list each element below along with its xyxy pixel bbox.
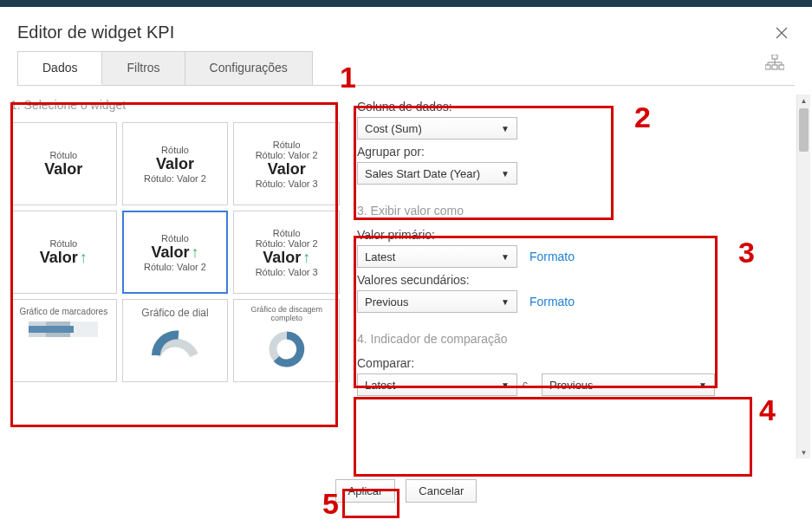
svg-rect-2	[772, 65, 777, 69]
aplicar-button[interactable]: Aplicar	[335, 479, 396, 503]
select-value: Latest	[365, 379, 395, 392]
scroll-down-icon[interactable]: ▼	[797, 446, 810, 458]
tile-sub: Rótulo: Valor 2	[144, 262, 206, 272]
formato-link-primary[interactable]: Formato	[529, 250, 575, 263]
valor-primario-select[interactable]: Latest ▼	[357, 245, 517, 268]
step1-title: 1. Selecione o widget	[10, 94, 340, 115]
dialog-header: Editor de widget KPI	[0, 7, 812, 51]
tabs: Dados Filtros Configurações	[17, 51, 313, 85]
dialog-body: 1. Selecione o widget Rótulo Valor Rótul…	[0, 86, 812, 467]
close-icon[interactable]	[769, 23, 795, 42]
left-column: 1. Selecione o widget Rótulo Valor Rótul…	[10, 94, 340, 467]
widget-tile-arrow-v2-v3[interactable]: Rótulo Rótulo: Valor 2 Valor Rótulo: Val…	[233, 211, 340, 294]
comparar-right-select[interactable]: Previous ▼	[542, 373, 715, 396]
bullet-chart-icon	[29, 321, 98, 337]
scroll-up-icon[interactable]: ▲	[797, 94, 810, 107]
tile-label: Rótulo	[161, 233, 189, 244]
scrollbar-thumb[interactable]	[799, 108, 809, 152]
agrupar-por-select[interactable]: Sales Start Date (Year) ▼	[357, 162, 517, 185]
widget-tile-full-dial-chart[interactable]: Gráfico de discagem completo	[233, 299, 340, 382]
valores-secundarios-label: Valores secundários:	[357, 273, 776, 287]
chevron-down-icon: ▼	[501, 380, 510, 390]
step3-title: 3. Exibir valor como	[357, 200, 776, 221]
tile-label: Gráfico de marcadores	[19, 307, 107, 316]
widget-tile-dial-chart[interactable]: Gráfico de dial	[122, 299, 229, 382]
step4-title: 4. Indicador de comparação	[357, 328, 776, 349]
tile-value: Valor	[263, 249, 310, 267]
widget-grid: Rótulo Valor Rótulo Valor Rótulo: Valor …	[10, 122, 340, 382]
app-topbar	[0, 0, 812, 7]
chevron-down-icon: ▼	[501, 252, 510, 262]
chevron-down-icon: ▼	[698, 380, 707, 390]
formato-link-secondary[interactable]: Formato	[529, 295, 575, 308]
step3-block: 3. Exibir valor como Valor primário: Lat…	[357, 200, 776, 313]
donut-chart-icon	[265, 328, 309, 371]
tab-dados[interactable]: Dados	[18, 52, 102, 85]
chevron-down-icon: ▼	[501, 297, 510, 307]
svg-rect-0	[772, 55, 777, 59]
select-value: Sales Start Date (Year)	[365, 167, 480, 180]
tile-label: Rótulo	[49, 150, 77, 160]
tile-sub: Rótulo: Valor 2	[256, 150, 318, 160]
step2-block: Coluna de dados: Cost (Sum) ▼ Agrupar po…	[357, 100, 776, 185]
hierarchy-icon[interactable]	[765, 55, 784, 70]
tile-sub: Rótulo: Valor 3	[256, 267, 318, 277]
select-value: Previous	[365, 295, 409, 308]
widget-tile-with-v2[interactable]: Rótulo Valor Rótulo: Valor 2	[122, 122, 229, 205]
svg-rect-3	[779, 65, 784, 69]
tile-label: Rótulo	[273, 228, 301, 238]
comparar-label: Comparar:	[357, 356, 776, 370]
tile-label: Rótulo	[273, 140, 301, 150]
tile-value: Valor	[156, 155, 194, 173]
valores-secundarios-select[interactable]: Previous ▼	[357, 290, 517, 313]
step4-block: 4. Indicador de comparação Comparar: Lat…	[357, 328, 776, 396]
chevron-down-icon: ▼	[501, 169, 510, 179]
tab-configuracoes[interactable]: Configurações	[185, 52, 312, 85]
dialog-footer: Aplicar Cancelar	[0, 467, 812, 515]
agrupar-por-label: Agrupar por:	[357, 145, 776, 159]
tile-value: Valor	[151, 244, 198, 262]
tile-value: Valor	[268, 160, 306, 179]
widget-tile-arrow[interactable]: Rótulo Valor	[10, 211, 117, 294]
dialog-title: Editor de widget KPI	[17, 23, 174, 42]
select-value: Cost (Sum)	[365, 122, 422, 135]
dial-chart-icon	[149, 324, 201, 359]
tile-value: Valor	[40, 249, 88, 267]
select-value: Latest	[365, 250, 395, 263]
tile-sub: Rótulo: Valor 3	[256, 179, 318, 189]
widget-tile-with-v2-v3[interactable]: Rótulo Rótulo: Valor 2 Valor Rótulo: Val…	[233, 122, 340, 205]
widget-tile-bullet-chart[interactable]: Gráfico de marcadores	[10, 299, 117, 382]
tile-sub: Rótulo: Valor 2	[144, 173, 206, 184]
tab-filtros[interactable]: Filtros	[102, 52, 185, 85]
cancelar-button[interactable]: Cancelar	[406, 479, 477, 503]
vertical-scrollbar[interactable]: ▲ ▼	[796, 94, 810, 458]
tile-label: Rótulo	[161, 145, 189, 155]
coluna-de-dados-select[interactable]: Cost (Sum) ▼	[357, 117, 517, 140]
comparar-left-select[interactable]: Latest ▼	[357, 373, 517, 396]
tile-sub: Rótulo: Valor 2	[256, 238, 318, 249]
tile-label: Gráfico de dial	[141, 307, 208, 319]
widget-tile-basic[interactable]: Rótulo Valor	[10, 122, 117, 205]
widget-tile-arrow-v2[interactable]: Rótulo Valor Rótulo: Valor 2	[122, 211, 229, 294]
kpi-widget-editor-dialog: Editor de widget KPI Dados Filtros Confi…	[0, 7, 812, 526]
select-value: Previous	[549, 379, 594, 392]
coluna-de-dados-label: Coluna de dados:	[357, 100, 776, 114]
svg-rect-1	[765, 65, 770, 69]
right-column: Coluna de dados: Cost (Sum) ▼ Agrupar po…	[340, 94, 802, 467]
tile-label: Rótulo	[49, 238, 77, 249]
chevron-down-icon: ▼	[501, 124, 510, 133]
valor-primario-label: Valor primário:	[357, 228, 776, 242]
tabs-row: Dados Filtros Configurações	[0, 51, 812, 85]
tile-value: Valor	[44, 160, 82, 179]
comparar-mid-text: c...	[523, 379, 536, 391]
tile-label: Gráfico de discagem completo	[237, 305, 335, 322]
